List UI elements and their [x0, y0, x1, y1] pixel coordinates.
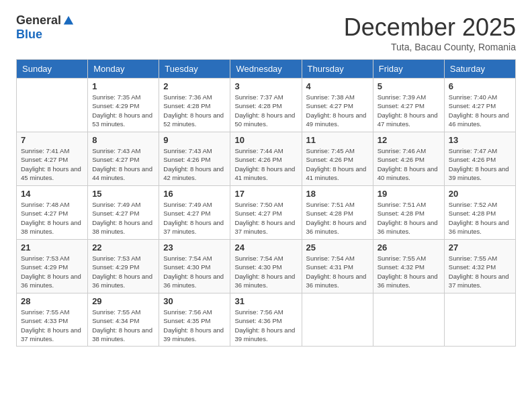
day-number: 14: [21, 189, 83, 199]
day-number: 8: [92, 135, 154, 145]
table-row: [302, 293, 373, 347]
day-number: 9: [163, 135, 226, 145]
calendar-table: Sunday Monday Tuesday Wednesday Thursday…: [16, 59, 516, 347]
svg-marker-0: [64, 15, 73, 24]
table-row: 20Sunrise: 7:52 AMSunset: 4:28 PMDayligh…: [444, 186, 515, 240]
day-number: 31: [234, 296, 297, 306]
logo-blue-text: Blue: [16, 28, 42, 42]
day-info: Sunrise: 7:56 AMSunset: 4:36 PMDaylight:…: [234, 308, 297, 343]
day-number: 25: [306, 242, 369, 253]
day-number: 4: [306, 81, 369, 91]
table-row: 10Sunrise: 7:44 AMSunset: 4:26 PMDayligh…: [230, 132, 302, 186]
table-row: 12Sunrise: 7:46 AMSunset: 4:26 PMDayligh…: [373, 132, 444, 186]
table-row: 11Sunrise: 7:45 AMSunset: 4:26 PMDayligh…: [302, 132, 373, 186]
day-number: 17: [234, 189, 297, 199]
day-number: 11: [306, 135, 369, 145]
header-saturday: Saturday: [444, 60, 515, 79]
day-info: Sunrise: 7:44 AMSunset: 4:26 PMDaylight:…: [234, 146, 297, 182]
table-row: 29Sunrise: 7:55 AMSunset: 4:34 PMDayligh…: [88, 293, 159, 347]
table-row: 6Sunrise: 7:40 AMSunset: 4:27 PMDaylight…: [444, 79, 515, 132]
day-info: Sunrise: 7:55 AMSunset: 4:32 PMDaylight:…: [378, 254, 440, 289]
table-row: 31Sunrise: 7:56 AMSunset: 4:36 PMDayligh…: [230, 293, 302, 347]
location-subtitle: Tuta, Bacau County, Romania: [344, 42, 516, 52]
day-info: Sunrise: 7:50 AMSunset: 4:27 PMDaylight:…: [234, 200, 297, 236]
calendar-week-row: 21Sunrise: 7:53 AMSunset: 4:29 PMDayligh…: [17, 240, 516, 293]
header-friday: Friday: [373, 60, 444, 79]
header-sunday: Sunday: [17, 60, 88, 79]
day-number: 12: [378, 135, 440, 145]
table-row: 25Sunrise: 7:54 AMSunset: 4:31 PMDayligh…: [302, 240, 373, 293]
day-info: Sunrise: 7:53 AMSunset: 4:29 PMDaylight:…: [21, 254, 83, 289]
day-info: Sunrise: 7:52 AMSunset: 4:28 PMDaylight:…: [449, 200, 511, 236]
day-info: Sunrise: 7:54 AMSunset: 4:30 PMDaylight:…: [163, 254, 226, 289]
day-number: 26: [378, 242, 440, 253]
month-title: December 2025: [344, 13, 516, 42]
day-number: 16: [163, 189, 226, 199]
day-info: Sunrise: 7:38 AMSunset: 4:27 PMDaylight:…: [306, 93, 369, 128]
day-info: Sunrise: 7:35 AMSunset: 4:29 PMDaylight:…: [92, 93, 154, 128]
day-info: Sunrise: 7:55 AMSunset: 4:33 PMDaylight:…: [21, 308, 83, 343]
title-block: December 2025 Tuta, Bacau County, Romani…: [344, 13, 516, 52]
day-info: Sunrise: 7:39 AMSunset: 4:27 PMDaylight:…: [378, 93, 440, 128]
day-number: 7: [21, 135, 83, 145]
day-number: 13: [449, 135, 511, 145]
day-info: Sunrise: 7:45 AMSunset: 4:26 PMDaylight:…: [306, 146, 369, 182]
day-info: Sunrise: 7:47 AMSunset: 4:26 PMDaylight:…: [449, 146, 511, 182]
table-row: 18Sunrise: 7:51 AMSunset: 4:28 PMDayligh…: [302, 186, 373, 240]
day-number: 15: [92, 189, 154, 199]
page: General Blue December 2025 Tuta, Bacau C…: [0, 0, 532, 411]
header: General Blue December 2025 Tuta, Bacau C…: [16, 13, 516, 52]
table-row: 15Sunrise: 7:49 AMSunset: 4:27 PMDayligh…: [88, 186, 159, 240]
table-row: 27Sunrise: 7:55 AMSunset: 4:32 PMDayligh…: [444, 240, 515, 293]
day-number: 10: [234, 135, 297, 145]
table-row: 23Sunrise: 7:54 AMSunset: 4:30 PMDayligh…: [159, 240, 230, 293]
header-tuesday: Tuesday: [159, 60, 230, 79]
calendar-week-row: 14Sunrise: 7:48 AMSunset: 4:27 PMDayligh…: [17, 186, 516, 240]
table-row: 2Sunrise: 7:36 AMSunset: 4:28 PMDaylight…: [159, 79, 230, 132]
day-number: 18: [306, 189, 369, 199]
calendar-week-row: 7Sunrise: 7:41 AMSunset: 4:27 PMDaylight…: [17, 132, 516, 186]
day-number: 29: [92, 296, 154, 306]
day-info: Sunrise: 7:55 AMSunset: 4:34 PMDaylight:…: [92, 308, 154, 343]
table-row: 24Sunrise: 7:54 AMSunset: 4:30 PMDayligh…: [230, 240, 302, 293]
day-number: 28: [21, 296, 83, 306]
day-info: Sunrise: 7:51 AMSunset: 4:28 PMDaylight:…: [306, 200, 369, 236]
day-info: Sunrise: 7:41 AMSunset: 4:27 PMDaylight:…: [21, 146, 83, 182]
table-row: 26Sunrise: 7:55 AMSunset: 4:32 PMDayligh…: [373, 240, 444, 293]
day-info: Sunrise: 7:54 AMSunset: 4:31 PMDaylight:…: [306, 254, 369, 289]
table-row: 28Sunrise: 7:55 AMSunset: 4:33 PMDayligh…: [17, 293, 88, 347]
day-number: 30: [163, 296, 226, 306]
day-info: Sunrise: 7:46 AMSunset: 4:26 PMDaylight:…: [378, 146, 440, 182]
table-row: 4Sunrise: 7:38 AMSunset: 4:27 PMDaylight…: [302, 79, 373, 132]
table-row: 16Sunrise: 7:49 AMSunset: 4:27 PMDayligh…: [159, 186, 230, 240]
calendar-week-row: 28Sunrise: 7:55 AMSunset: 4:33 PMDayligh…: [17, 293, 516, 347]
header-thursday: Thursday: [302, 60, 373, 79]
day-info: Sunrise: 7:43 AMSunset: 4:26 PMDaylight:…: [163, 146, 226, 182]
weekday-header-row: Sunday Monday Tuesday Wednesday Thursday…: [17, 60, 516, 79]
day-number: 6: [449, 81, 511, 91]
table-row: 1Sunrise: 7:35 AMSunset: 4:29 PMDaylight…: [88, 79, 159, 132]
day-info: Sunrise: 7:51 AMSunset: 4:28 PMDaylight:…: [378, 200, 440, 236]
day-number: 19: [378, 189, 440, 199]
day-number: 22: [92, 242, 154, 253]
table-row: 8Sunrise: 7:43 AMSunset: 4:27 PMDaylight…: [88, 132, 159, 186]
table-row: 9Sunrise: 7:43 AMSunset: 4:26 PMDaylight…: [159, 132, 230, 186]
day-number: 2: [163, 81, 226, 91]
day-info: Sunrise: 7:54 AMSunset: 4:30 PMDaylight:…: [234, 254, 297, 289]
day-info: Sunrise: 7:48 AMSunset: 4:27 PMDaylight:…: [21, 200, 83, 236]
table-row: 14Sunrise: 7:48 AMSunset: 4:27 PMDayligh…: [17, 186, 88, 240]
header-monday: Monday: [88, 60, 159, 79]
day-info: Sunrise: 7:43 AMSunset: 4:27 PMDaylight:…: [92, 146, 154, 182]
table-row: [373, 293, 444, 347]
day-number: 23: [163, 242, 226, 253]
table-row: [444, 293, 515, 347]
calendar-week-row: 1Sunrise: 7:35 AMSunset: 4:29 PMDaylight…: [17, 79, 516, 132]
table-row: 30Sunrise: 7:56 AMSunset: 4:35 PMDayligh…: [159, 293, 230, 347]
table-row: 5Sunrise: 7:39 AMSunset: 4:27 PMDaylight…: [373, 79, 444, 132]
day-info: Sunrise: 7:56 AMSunset: 4:35 PMDaylight:…: [163, 308, 226, 343]
day-info: Sunrise: 7:55 AMSunset: 4:32 PMDaylight:…: [449, 254, 511, 289]
day-number: 3: [234, 81, 297, 91]
day-number: 21: [21, 242, 83, 253]
day-info: Sunrise: 7:49 AMSunset: 4:27 PMDaylight:…: [163, 200, 226, 236]
day-number: 1: [92, 81, 154, 91]
